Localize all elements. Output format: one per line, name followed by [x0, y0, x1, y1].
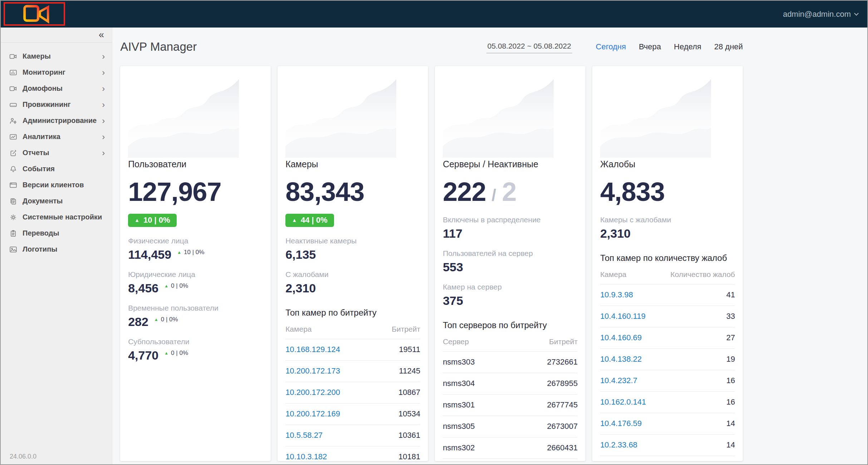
provisioning-server-icon: [9, 101, 17, 109]
user-menu[interactable]: admin@admin.com: [783, 10, 858, 19]
trend-delta: ▲ 0 | 0%: [164, 282, 188, 290]
table-row: 10.2.33.68 14: [600, 435, 735, 456]
camera-ip-link[interactable]: 10.5.58.27: [285, 431, 323, 440]
substat: Субпользователи 4,770 ▲ 0 | 0%: [128, 337, 263, 361]
period-tab[interactable]: 28 дней: [714, 42, 743, 51]
annotation-highlight-box: [4, 2, 65, 26]
chevron-down-icon: [854, 11, 859, 16]
camera-ip-link[interactable]: 10.200.172.173: [285, 366, 340, 376]
sidebar-item-monitoring[interactable]: Мониторинг ›: [1, 64, 112, 80]
sidebar-item-system-settings[interactable]: Системные настройки: [1, 209, 112, 225]
documents-copy-icon: [9, 197, 17, 205]
server-name: nsms304: [443, 379, 475, 388]
sidebar-item-reports[interactable]: Отчеты ›: [1, 145, 112, 161]
camera-ip-link[interactable]: 10.4.176.59: [600, 419, 642, 428]
table-row: 10.4.138.22 19: [600, 349, 735, 370]
table-row: 10.176.48.185 14: [600, 456, 735, 461]
up-arrow-icon: ▲: [292, 218, 297, 223]
sidebar-item-provisioning[interactable]: Провижининг ›: [1, 97, 112, 113]
chevron-right-icon: ›: [102, 84, 105, 93]
user-email: admin@admin.com: [783, 10, 851, 19]
up-arrow-icon: ▲: [154, 317, 158, 322]
complaints-total: 4,833: [600, 178, 665, 206]
camera-ip-link[interactable]: 10.9.3.98: [600, 290, 633, 300]
admin-user-gear-icon: [9, 117, 17, 125]
table-title: Топ камер по битрейту: [285, 308, 420, 318]
sidebar-item-intercoms[interactable]: Домофоны ›: [1, 80, 112, 97]
substat: Физические лица 114,459 ▲ 10 | 0%: [128, 237, 263, 261]
card-title: Серверы / Неактивные: [443, 159, 578, 169]
wave-decoration: [443, 75, 554, 158]
chevron-right-icon: ›: [102, 149, 105, 157]
substat: Неактивные камеры 6,135: [285, 237, 420, 261]
table-row: nsms304 2678955: [443, 373, 578, 395]
sidebar-nav: Камеры › Мониторинг › Домофоны › Провижи…: [1, 43, 112, 257]
sidebar-item-translations[interactable]: Переводы: [1, 225, 112, 241]
substat: Юридические лица 8,456 ▲ 0 | 0%: [128, 270, 263, 294]
table-row: 10.4.176.59 14: [600, 413, 735, 435]
top-cameras-bitrate-table-header: Камера Битрейт: [285, 325, 420, 339]
card-title: Камеры: [285, 159, 420, 169]
sidebar-item-documents[interactable]: Документы: [1, 193, 112, 209]
camera-ip-link[interactable]: 10.200.172.200: [285, 388, 340, 397]
substat: Камер на сервер 375: [443, 283, 578, 307]
sidebar: « Камеры › Мониторинг › Домофоны ›: [1, 28, 112, 464]
table-row: 10.162.0.141 16: [600, 392, 735, 413]
table-row: 10.200.172.200 10867: [285, 382, 420, 404]
sidebar-item-events[interactable]: События: [1, 161, 112, 177]
server-name: nsms303: [443, 357, 475, 367]
period-tab[interactable]: Сегодня: [596, 42, 626, 51]
up-arrow-icon: ▲: [164, 284, 168, 288]
table-title: Топ серверов по битрейту: [443, 320, 578, 330]
trend-delta: ▲ 10 | 0%: [177, 249, 204, 256]
camera-ip-link[interactable]: 10.168.129.124: [285, 345, 340, 354]
substat: Временные пользователи 282 ▲ 0 | 0%: [128, 304, 263, 328]
intercom-camera-icon: [9, 85, 17, 93]
camera-ip-link[interactable]: 10.2.33.68: [600, 440, 637, 450]
sidebar-item-client-versions[interactable]: Версии клиентов: [1, 177, 112, 193]
sidebar-item-logos[interactable]: Логотипы: [1, 241, 112, 257]
table-row: 10.4.160.119 33: [600, 306, 735, 327]
wave-decoration: [285, 75, 396, 158]
period-tab[interactable]: Вчера: [639, 42, 661, 51]
app-logo[interactable]: [1, 1, 69, 28]
users-total: 127,967: [128, 178, 221, 206]
substat: Камеры с жалобами 2,310: [600, 216, 735, 239]
sidebar-item-analytics[interactable]: Аналитика ›: [1, 129, 112, 145]
servers-card: Серверы / Неактивные 222 / 2 Включены в …: [435, 66, 585, 461]
table-row: 10.10.3.182 10181: [285, 446, 420, 461]
camera-ip-link[interactable]: 10.200.172.169: [285, 409, 340, 419]
chevron-right-icon: ›: [102, 68, 105, 77]
reports-edit-icon: [9, 149, 17, 157]
date-range-input[interactable]: [486, 40, 572, 53]
camera-ip-link[interactable]: 10.10.3.182: [285, 452, 327, 461]
chevron-right-icon: ›: [102, 52, 105, 61]
sidebar-item-administration[interactable]: Администрирование ›: [1, 113, 112, 129]
users-trend-badge: ▲ 10 | 0%: [128, 214, 177, 227]
camera-ip-link[interactable]: 10.162.0.141: [600, 397, 646, 407]
events-bell-icon: [9, 165, 17, 173]
sidebar-item-cameras[interactable]: Камеры ›: [1, 48, 112, 64]
collapse-sidebar-icon[interactable]: «: [99, 30, 104, 40]
substat: Включены в распределение 117: [443, 216, 578, 239]
chevron-right-icon: ›: [102, 117, 105, 125]
wave-decoration: [600, 75, 711, 158]
logos-image-icon: [9, 246, 17, 253]
servers-total: 222: [443, 178, 486, 206]
period-tab[interactable]: Неделя: [674, 42, 701, 51]
card-title: Пользователи: [128, 159, 263, 169]
camera-ip-link[interactable]: 10.4.160.69: [600, 333, 642, 342]
camera-ip-link[interactable]: 10.4.160.119: [600, 312, 646, 321]
chevron-right-icon: ›: [102, 100, 105, 109]
page-title: AIVP Manager: [120, 40, 197, 54]
camera-ip-link[interactable]: 10.4.138.22: [600, 355, 642, 364]
up-arrow-icon: ▲: [134, 218, 139, 223]
servers-inactive: 2: [502, 178, 516, 206]
client-versions-window-icon: [9, 181, 17, 189]
table-row: nsms305 2673007: [443, 416, 578, 437]
camera-ip-link[interactable]: 10.4.232.7: [600, 376, 637, 385]
trend-delta: ▲ 0 | 0%: [164, 350, 188, 357]
up-arrow-icon: ▲: [177, 250, 181, 254]
table-row: 10.4.160.69 27: [600, 327, 735, 349]
table-row: nsms302 2660431: [443, 437, 578, 459]
